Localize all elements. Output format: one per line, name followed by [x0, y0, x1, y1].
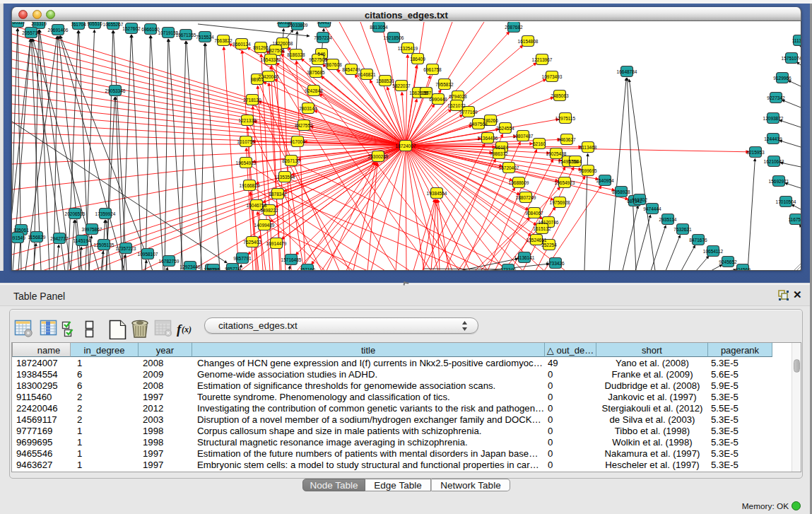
svg-text:14136141: 14136141 — [514, 255, 535, 260]
svg-text:3624554: 3624554 — [496, 126, 514, 131]
svg-text:16033809: 16033809 — [288, 23, 308, 28]
svg-text:1527602: 1527602 — [122, 26, 141, 31]
svg-text:173340: 173340 — [500, 267, 516, 271]
svg-text:39975867: 39975867 — [82, 227, 102, 232]
svg-text:917004: 917004 — [290, 139, 305, 144]
svg-text:18226058: 18226058 — [273, 41, 293, 46]
svg-text:8113468: 8113468 — [579, 145, 597, 150]
svg-text:7663822: 7663822 — [214, 38, 233, 43]
svg-text:10688609: 10688609 — [509, 180, 529, 185]
svg-text:1621072: 1621072 — [447, 103, 466, 108]
svg-text:5822037: 5822037 — [392, 83, 411, 88]
svg-text:9474444: 9474444 — [643, 206, 661, 211]
svg-text:7955812: 7955812 — [435, 82, 454, 87]
svg-text:111354: 111354 — [792, 38, 801, 43]
svg-text:919702: 919702 — [632, 197, 647, 202]
svg-text:7632621: 7632621 — [673, 227, 692, 232]
svg-text:1145194: 1145194 — [73, 238, 91, 243]
svg-text:19218506: 19218506 — [384, 35, 404, 40]
svg-text:(x): (x) — [182, 325, 192, 334]
svg-text:6966160: 6966160 — [141, 27, 160, 32]
svg-text:16671355: 16671355 — [176, 33, 196, 37]
svg-text:17357223: 17357223 — [116, 246, 136, 251]
svg-text:1156829: 1156829 — [28, 235, 46, 240]
svg-text:19166829: 19166829 — [240, 183, 260, 188]
svg-text:98901: 98901 — [251, 77, 264, 82]
svg-text:2055714: 2055714 — [22, 30, 40, 35]
svg-text:96184: 96184 — [495, 145, 508, 150]
svg-text:3875685: 3875685 — [307, 70, 325, 75]
svg-text:761704: 761704 — [71, 22, 86, 27]
svg-text:160337: 160337 — [12, 22, 25, 25]
svg-text:835061: 835061 — [13, 228, 29, 233]
svg-text:15716485: 15716485 — [281, 257, 302, 262]
svg-text:9242848: 9242848 — [305, 88, 323, 93]
svg-text:2087682: 2087682 — [505, 25, 523, 30]
svg-text:17010504: 17010504 — [776, 199, 796, 204]
svg-text:9084067: 9084067 — [525, 211, 543, 216]
svg-text:12975115: 12975115 — [555, 116, 576, 121]
svg-text:203319: 203319 — [31, 22, 47, 26]
svg-text:1244419: 1244419 — [764, 136, 782, 141]
svg-text:5498222: 5498222 — [260, 208, 278, 213]
svg-text:6990448: 6990448 — [429, 97, 447, 102]
svg-text:9463627: 9463627 — [558, 137, 576, 142]
svg-text:8454749: 8454749 — [342, 67, 360, 72]
svg-text:8215953: 8215953 — [746, 150, 765, 155]
svg-text:25300285: 25300285 — [368, 154, 389, 159]
svg-text:16046758: 16046758 — [247, 203, 267, 208]
svg-text:6794028: 6794028 — [449, 94, 467, 99]
svg-text:12093872: 12093872 — [763, 116, 784, 121]
svg-text:924569: 924569 — [735, 267, 751, 271]
svg-text:2803144: 2803144 — [299, 106, 317, 111]
svg-text:8878342: 8878342 — [269, 192, 287, 197]
svg-text:30231: 30231 — [207, 267, 220, 271]
svg-text:2867608: 2867608 — [324, 62, 342, 67]
svg-text:9699695: 9699695 — [579, 168, 597, 173]
svg-text:15720407: 15720407 — [499, 165, 519, 170]
svg-text:10655267: 10655267 — [103, 22, 124, 27]
svg-text:15644: 15644 — [569, 159, 582, 164]
svg-text:1640954: 1640954 — [596, 178, 614, 183]
svg-text:9227342: 9227342 — [767, 95, 785, 100]
svg-text:9827506: 9827506 — [266, 48, 285, 53]
svg-text:546: 546 — [318, 52, 326, 57]
svg-text:7986372: 7986372 — [490, 151, 508, 156]
svg-text:18724007: 18724007 — [396, 144, 416, 148]
svg-text:16543382: 16543382 — [261, 57, 281, 62]
svg-text:1010755: 1010755 — [237, 139, 255, 144]
svg-text:1588520: 1588520 — [376, 78, 394, 83]
svg-text:8267130: 8267130 — [282, 158, 300, 163]
svg-text:14099489: 14099489 — [254, 223, 275, 228]
svg-text:7515524: 7515524 — [196, 35, 214, 40]
svg-text:12213967: 12213967 — [532, 57, 553, 62]
svg-text:8427552: 8427552 — [295, 123, 313, 128]
svg-text:1733426: 1733426 — [546, 261, 565, 266]
svg-text:11325419: 11325419 — [398, 46, 418, 51]
svg-text:1615132: 1615132 — [533, 226, 551, 231]
svg-text:18807249: 18807249 — [516, 195, 536, 200]
svg-text:8186328: 8186328 — [287, 52, 305, 57]
svg-text:62160: 62160 — [533, 141, 546, 146]
svg-text:9777169: 9777169 — [459, 110, 478, 115]
svg-text:252254: 252254 — [541, 243, 557, 247]
svg-text:20206535: 20206535 — [65, 211, 86, 216]
svg-text:2942737: 2942737 — [50, 236, 69, 241]
svg-text:29053346: 29053346 — [105, 88, 126, 93]
svg-text:8660124: 8660124 — [233, 42, 251, 47]
svg-text:904417: 904417 — [317, 22, 332, 25]
svg-text:186409: 186409 — [410, 57, 425, 62]
svg-text:10654112: 10654112 — [703, 249, 724, 254]
svg-text:16648784: 16648784 — [617, 69, 637, 74]
svg-text:12505135: 12505135 — [94, 243, 114, 247]
svg-text:7485063: 7485063 — [551, 93, 569, 98]
svg-text:8471676: 8471676 — [689, 238, 707, 243]
svg-text:10025438: 10025438 — [546, 151, 567, 156]
svg-text:9527508: 9527508 — [309, 57, 327, 62]
svg-text:21364436: 21364436 — [478, 136, 498, 141]
svg-text:13524651: 13524651 — [526, 238, 547, 243]
svg-text:19654923: 19654923 — [236, 160, 257, 165]
svg-text:391549: 391549 — [12, 235, 25, 240]
svg-text:10973493: 10973493 — [542, 74, 563, 79]
svg-text:2935114: 2935114 — [659, 217, 677, 222]
